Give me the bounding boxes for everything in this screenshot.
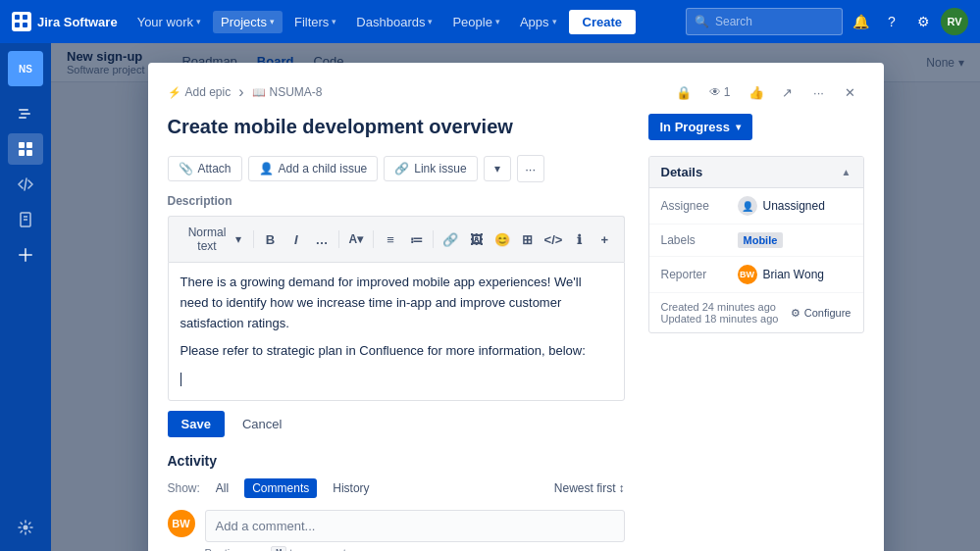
filter-comments-button[interactable]: Comments: [244, 478, 317, 498]
sidebar-item-project-pages[interactable]: [8, 204, 43, 235]
svg-rect-5: [19, 150, 25, 156]
assignee-label: Assignee: [661, 199, 730, 213]
breadcrumb-story[interactable]: 📖 NSUMA-8: [252, 85, 323, 99]
modal-left: Create mobile development overview 📎 Att…: [168, 114, 625, 551]
search-placeholder: Search: [715, 15, 752, 28]
more-text-options-button[interactable]: …: [311, 226, 333, 252]
image-button[interactable]: 🖼: [465, 226, 487, 252]
activity-header: Activity: [168, 453, 625, 469]
link-button[interactable]: 🔗: [439, 226, 461, 252]
comment-tip: Pro tip: press M to comment: [205, 546, 625, 551]
svg-rect-3: [19, 142, 25, 148]
comment-input[interactable]: Add a comment...: [205, 510, 625, 542]
filter-all-button[interactable]: All: [208, 478, 236, 498]
modal-actions: 🔒 👁 1 👍 ↗ ··· ✕: [670, 78, 864, 106]
italic-button[interactable]: I: [285, 226, 307, 252]
nav-your-work[interactable]: Your work ▾: [129, 11, 209, 33]
nav-logo: Jira Software: [12, 12, 118, 31]
filter-history-button[interactable]: History: [325, 478, 377, 498]
close-button[interactable]: ✕: [837, 78, 864, 106]
bold-button[interactable]: B: [259, 226, 281, 252]
editor-paragraph-1: There is a growing demand for improved m…: [181, 273, 612, 333]
sort-icon: ↕: [619, 481, 625, 495]
add-child-issue-button[interactable]: 👤 Add a child issue: [248, 156, 379, 181]
modal-breadcrumb: ⚡ Add epic › 📖 NSUMA-8: [168, 83, 658, 101]
nav-dashboards[interactable]: Dashboards ▾: [348, 11, 440, 33]
breadcrumb-epic[interactable]: ⚡ Add epic: [168, 85, 232, 99]
details-header[interactable]: Details ▲: [649, 157, 863, 188]
settings-button[interactable]: ⚙: [909, 8, 937, 35]
attach-button[interactable]: 📎 Attach: [168, 156, 242, 181]
numbered-list-button[interactable]: ≔: [405, 226, 427, 252]
projects-chevron-icon: ▾: [270, 17, 275, 26]
notifications-button[interactable]: 🔔: [847, 8, 874, 35]
configure-button[interactable]: ⚙ Configure: [791, 307, 851, 320]
toolbar-divider-3: [373, 230, 374, 248]
sidebar-item-board[interactable]: [8, 133, 43, 165]
svg-rect-0: [19, 109, 28, 111]
updated-timestamp: Updated 18 minutes ago: [661, 313, 779, 325]
toolbar-divider-2: [338, 230, 339, 248]
label-mobile-tag[interactable]: Mobile: [738, 232, 784, 248]
code-button[interactable]: </>: [542, 226, 564, 252]
lock-button[interactable]: 🔒: [670, 78, 697, 106]
modal-backdrop: ⚡ Add epic › 📖 NSUMA-8 🔒: [51, 43, 980, 551]
svg-rect-2: [19, 117, 26, 119]
action-buttons: 📎 Attach 👤 Add a child issue 🔗 Link iss: [168, 155, 625, 182]
more-actions-dropdown[interactable]: ▾: [484, 156, 511, 181]
nav-search[interactable]: 🔍 Search: [686, 8, 843, 35]
add-child-icon: 👤: [259, 162, 274, 175]
extra-options-button[interactable]: ···: [517, 155, 544, 182]
more-options-button[interactable]: ···: [805, 78, 833, 106]
link-issue-button[interactable]: 🔗 Link issue: [384, 156, 477, 181]
tip-key-badge: M: [271, 546, 286, 551]
text-color-button[interactable]: A▾: [345, 226, 367, 252]
story-icon: 📖: [252, 86, 266, 99]
sidebar-item-project-settings[interactable]: [8, 512, 43, 543]
sidebar-item-code[interactable]: [8, 169, 43, 200]
sidebar-item-roadmap[interactable]: [8, 98, 43, 129]
help-button[interactable]: ?: [878, 8, 905, 35]
emoji-button[interactable]: 😊: [491, 226, 513, 252]
content-area: New sign-up Software project Roadmap Boa…: [51, 43, 980, 551]
your-work-chevron-icon: ▾: [196, 17, 201, 26]
grid-icon: [15, 15, 28, 28]
link-icon: 🔗: [394, 162, 409, 175]
insert-button[interactable]: +: [593, 226, 615, 252]
status-button[interactable]: In Progress ▾: [648, 114, 753, 140]
watch-button[interactable]: 👁 1: [701, 81, 739, 103]
share-button[interactable]: ↗: [774, 78, 801, 106]
assignee-row: Assignee 👤 Unassigned: [649, 188, 863, 225]
info-button[interactable]: ℹ: [568, 226, 590, 252]
create-button[interactable]: Create: [569, 10, 636, 34]
text-format-select[interactable]: Normal text ▾: [177, 223, 247, 256]
nav-people[interactable]: People ▾: [444, 11, 507, 33]
editor-actions: Save Cancel: [168, 411, 625, 437]
apps-chevron-icon: ▾: [552, 17, 557, 26]
bullet-list-button[interactable]: ≡: [380, 226, 401, 252]
user-avatar[interactable]: RV: [941, 8, 968, 35]
reporter-value[interactable]: BW Brian Wong: [738, 265, 824, 284]
toolbar-divider-4: [433, 230, 434, 248]
activity-sort[interactable]: Newest first ↕: [554, 481, 625, 495]
table-button[interactable]: ⊞: [517, 226, 539, 252]
cancel-button[interactable]: Cancel: [232, 411, 291, 437]
sidebar-project-icon[interactable]: NS: [8, 51, 43, 86]
nav-filters[interactable]: Filters ▾: [286, 11, 344, 33]
nav-apps[interactable]: Apps ▾: [512, 11, 565, 33]
save-button[interactable]: Save: [168, 411, 225, 437]
eye-icon: 👁: [709, 85, 721, 99]
svg-rect-1: [21, 113, 30, 115]
nav-projects[interactable]: Projects ▾: [213, 11, 283, 33]
labels-value: Mobile: [738, 232, 784, 248]
svg-rect-6: [26, 150, 32, 156]
top-nav: Jira Software Your work ▾ Projects ▾ Fil…: [0, 0, 980, 43]
editor-area[interactable]: There is a growing demand for improved m…: [168, 262, 625, 401]
sidebar-item-add-shortcut[interactable]: [8, 239, 43, 271]
labels-row: Labels Mobile: [649, 225, 863, 257]
thumbs-up-button[interactable]: 👍: [743, 78, 770, 106]
modal-right: In Progress ▾ Details ▲ Assignee: [648, 114, 864, 551]
assignee-value[interactable]: 👤 Unassigned: [738, 196, 825, 216]
activity-show-label: Show:: [168, 481, 200, 495]
svg-point-12: [24, 526, 28, 530]
